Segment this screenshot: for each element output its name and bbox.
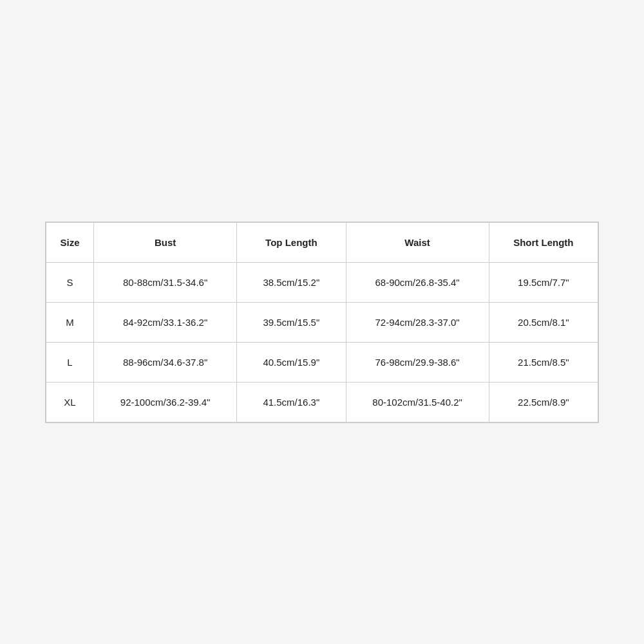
cell-size: L	[46, 342, 94, 382]
cell-size: XL	[46, 382, 94, 422]
table-header-row: Size Bust Top Length Waist Short Length	[46, 222, 598, 262]
cell-waist: 80-102cm/31.5-40.2"	[346, 382, 489, 422]
cell-top-length: 38.5cm/15.2"	[237, 262, 346, 302]
cell-waist: 72-94cm/28.3-37.0"	[346, 302, 489, 342]
table-row: XL92-100cm/36.2-39.4"41.5cm/16.3"80-102c…	[46, 382, 598, 422]
header-waist: Waist	[346, 222, 489, 262]
cell-bust: 88-96cm/34.6-37.8"	[94, 342, 237, 382]
size-chart-table: Size Bust Top Length Waist Short Length …	[46, 222, 598, 422]
cell-top-length: 39.5cm/15.5"	[237, 302, 346, 342]
cell-waist: 68-90cm/26.8-35.4"	[346, 262, 489, 302]
cell-short-length: 21.5cm/8.5"	[489, 342, 598, 382]
cell-short-length: 20.5cm/8.1"	[489, 302, 598, 342]
header-size: Size	[46, 222, 94, 262]
header-top-length: Top Length	[237, 222, 346, 262]
cell-bust: 80-88cm/31.5-34.6"	[94, 262, 237, 302]
cell-short-length: 19.5cm/7.7"	[489, 262, 598, 302]
cell-size: M	[46, 302, 94, 342]
table-row: L88-96cm/34.6-37.8"40.5cm/15.9"76-98cm/2…	[46, 342, 598, 382]
cell-top-length: 41.5cm/16.3"	[237, 382, 346, 422]
table-row: M84-92cm/33.1-36.2"39.5cm/15.5"72-94cm/2…	[46, 302, 598, 342]
cell-waist: 76-98cm/29.9-38.6"	[346, 342, 489, 382]
cell-size: S	[46, 262, 94, 302]
cell-bust: 84-92cm/33.1-36.2"	[94, 302, 237, 342]
cell-top-length: 40.5cm/15.9"	[237, 342, 346, 382]
cell-bust: 92-100cm/36.2-39.4"	[94, 382, 237, 422]
header-short-length: Short Length	[489, 222, 598, 262]
header-bust: Bust	[94, 222, 237, 262]
cell-short-length: 22.5cm/8.9"	[489, 382, 598, 422]
table-row: S80-88cm/31.5-34.6"38.5cm/15.2"68-90cm/2…	[46, 262, 598, 302]
size-chart-container: Size Bust Top Length Waist Short Length …	[45, 222, 599, 423]
